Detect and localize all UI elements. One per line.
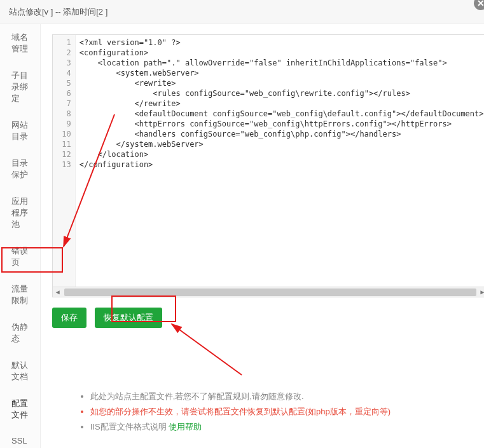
sidebar-item-apppool[interactable]: 应用程序池 — [0, 188, 40, 238]
note-text: IIS配置文件格式说明 — [90, 422, 169, 431]
sidebar-item-sitedir[interactable]: 网站目录 — [0, 112, 40, 150]
sidebar-item-label: 域名管理 — [11, 32, 28, 53]
code-editor[interactable]: 12345678910111213 <?xml version="1.0" ?>… — [52, 34, 484, 287]
scroll-thumb[interactable] — [64, 288, 476, 296]
notes-list: 此处为站点主配置文件,若您不了解配置规则,请勿随意修改. 如您的部分操作不生效，… — [53, 389, 391, 435]
dialog-title: 站点修改[v ] -- 添加时间[2 ] — [9, 7, 107, 17]
scroll-left-icon[interactable]: ◄ — [53, 287, 63, 297]
sidebar-item-subdir[interactable]: 子目录绑定 — [0, 62, 40, 112]
dialog-header: 站点修改[v ] -- 添加时间[2 ] — [0, 0, 484, 24]
restore-default-button[interactable]: 恢复默认配置 — [95, 308, 162, 328]
editor-hscrollbar[interactable]: ◄ ► — [52, 287, 484, 297]
note-text: 此处为站点主配置文件,若您不了解配置规则,请勿随意修改. — [90, 391, 304, 401]
sidebar-item-label: 目录保护 — [11, 158, 28, 179]
sidebar-item-rewrite[interactable]: 伪静态 — [0, 314, 40, 352]
note-line: 此处为站点主配置文件,若您不了解配置规则,请勿随意修改. — [90, 389, 391, 404]
editor-content[interactable]: <?xml version="1.0" ?><configuration> <l… — [76, 35, 484, 287]
dialog-body: 域名管理 子目录绑定 网站目录 目录保护 应用程序池 错误页 流量限制 伪静态 … — [0, 24, 484, 448]
button-row: 保存 恢复默认配置 — [52, 308, 484, 328]
save-button[interactable]: 保存 — [52, 308, 86, 328]
sidebar-item-label: 错误页 — [11, 246, 28, 267]
sidebar-item-domain[interactable]: 域名管理 — [0, 24, 40, 62]
help-link[interactable]: 使用帮助 — [169, 422, 202, 431]
sidebar-item-config[interactable]: 配置文件 — [0, 390, 40, 428]
sidebar-item-label: 网站目录 — [11, 120, 28, 141]
sidebar: 域名管理 子目录绑定 网站目录 目录保护 应用程序池 错误页 流量限制 伪静态 … — [0, 24, 41, 448]
editor-gutter: 12345678910111213 — [53, 35, 76, 287]
sidebar-item-bandwidth[interactable]: 流量限制 — [0, 276, 40, 314]
note-text: 如您的部分操作不生效，请尝试将配置文件恢复到默认配置(如php版本，重定向等) — [90, 407, 391, 416]
sidebar-item-label: 配置文件 — [11, 398, 28, 419]
scroll-right-icon[interactable]: ► — [478, 287, 485, 297]
main-panel: 12345678910111213 <?xml version="1.0" ?>… — [41, 24, 484, 448]
sidebar-item-errorpage[interactable]: 错误页 — [0, 238, 40, 276]
sidebar-item-label: 应用程序池 — [11, 196, 28, 229]
sidebar-item-defaultdoc[interactable]: 默认文档 — [0, 352, 40, 390]
note-line-warning: 如您的部分操作不生效，请尝试将配置文件恢复到默认配置(如php版本，重定向等) — [90, 404, 391, 419]
sidebar-item-label: 伪静态 — [11, 322, 28, 343]
sidebar-item-dirprotect[interactable]: 目录保护 — [0, 150, 40, 188]
sidebar-item-label: 默认文档 — [11, 360, 28, 381]
sidebar-item-label: 流量限制 — [11, 284, 28, 305]
sidebar-item-ssl[interactable]: SSL — [0, 428, 40, 448]
note-line: IIS配置文件格式说明 使用帮助 — [90, 419, 391, 435]
sidebar-item-label: 子目录绑定 — [11, 71, 28, 103]
sidebar-item-label: SSL — [11, 436, 27, 445]
